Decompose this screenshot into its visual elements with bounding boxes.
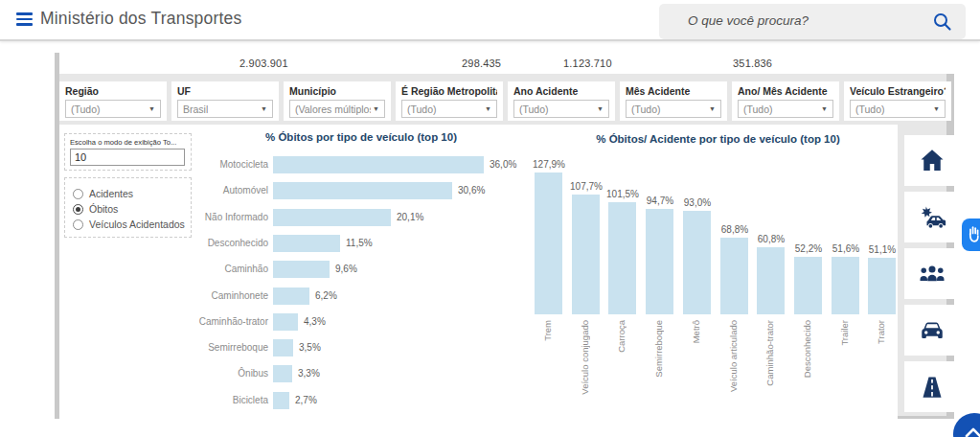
chevron-up-icon: [957, 421, 980, 437]
filter-municipio-select[interactable]: (Valores múltiplos)▼: [289, 100, 385, 118]
v-bar-category: Trem: [542, 320, 553, 341]
chevron-down-icon: ▼: [373, 105, 379, 112]
filter-veiculo-estrangeiro: Veículo Estrangeiro? (Tudo)▼: [844, 81, 951, 121]
sidebar-item-vehicles[interactable]: [904, 305, 959, 356]
filter-mes-acidente: Mês Acidente (Tudo)▼: [620, 81, 727, 121]
app-title: Ministério dos Transportes: [40, 9, 241, 29]
filter-veiculo-estrangeiro-select[interactable]: (Tudo)▼: [850, 100, 946, 118]
filter-ano-acidente: Ano Acidente (Tudo)▼: [508, 81, 615, 121]
hand-icon: [965, 224, 980, 245]
chevron-down-icon: ▼: [261, 105, 267, 112]
sidebar-item-home[interactable]: [904, 135, 959, 186]
h-bar[interactable]: [273, 313, 298, 331]
chevron-down-icon: ▼: [148, 105, 155, 112]
filter-uf: UF Brasil▼: [171, 81, 279, 121]
h-bar-value: 3,3%: [298, 368, 320, 379]
kpi-value: 1.123.710: [563, 53, 612, 74]
h-bar-value: 9,6%: [335, 264, 357, 274]
v-bar-category: Metrô: [691, 320, 701, 343]
filter-label: UF: [177, 85, 273, 97]
v-bar[interactable]: [572, 195, 600, 314]
h-bar[interactable]: [273, 288, 309, 305]
filter-ano-mes-acidente-select[interactable]: (Tudo)▼: [738, 100, 833, 118]
h-bar[interactable]: [273, 209, 391, 226]
h-bar[interactable]: [273, 156, 484, 173]
kpi-value: 351.836: [733, 53, 772, 74]
v-bar-value: 127,9%: [524, 159, 574, 170]
sidebar-item-victims[interactable]: [904, 248, 959, 299]
h-bar[interactable]: [273, 339, 293, 356]
v-bar-value: 51,1%: [857, 244, 907, 255]
h-bar[interactable]: [273, 392, 289, 409]
v-bar-category: Trailer: [839, 320, 850, 346]
chart-panel: Escolha o modo de exibição To... 10 Acid…: [59, 125, 898, 419]
v-bar-category: Trator: [876, 320, 886, 344]
radio-icon[interactable]: [73, 219, 83, 230]
h-bar-category: Bicicleta: [161, 395, 268, 405]
menu-icon[interactable]: [16, 12, 33, 26]
kpi-strip: 2.903.901 298.435 1.123.710 351.836: [59, 53, 959, 74]
h-bar[interactable]: [273, 235, 340, 252]
radio-icon[interactable]: [73, 189, 83, 199]
filter-regiao-metropolitana-select[interactable]: (Tudo)▼: [401, 100, 497, 118]
h-bar[interactable]: [273, 182, 452, 199]
h-bar[interactable]: [273, 365, 292, 382]
h-bar-value: 3,5%: [299, 342, 321, 353]
filter-uf-select[interactable]: Brasil▼: [177, 100, 273, 118]
dashboard: 2.903.901 298.435 1.123.710 351.836 Regi…: [55, 53, 954, 419]
radio-label: Acidentes: [89, 188, 133, 199]
v-bar-value: 93,0%: [672, 197, 722, 208]
v-bar[interactable]: [720, 238, 748, 314]
h-bar[interactable]: [273, 261, 330, 278]
filter-mes-acidente-select[interactable]: (Tudo)▼: [626, 100, 721, 118]
kpi-value: 298.435: [462, 53, 501, 74]
filter-label: Região: [65, 85, 161, 97]
search-box[interactable]: O que você procura?: [659, 4, 966, 39]
car-icon: [918, 316, 946, 345]
h-bar-category: Ônibus: [161, 368, 268, 379]
v-bar-category: Veículo conjugado: [580, 320, 590, 395]
v-bar[interactable]: [794, 257, 822, 314]
scroll-top-button[interactable]: [953, 413, 980, 437]
filter-municipio: Município (Valores múltiplos)▼: [284, 81, 391, 121]
filter-label: É Região Metropolitana?: [401, 85, 497, 97]
h-bar-category: Caminhão-trator: [161, 316, 268, 327]
chevron-down-icon: ▼: [933, 105, 940, 112]
accessibility-vlibras-button[interactable]: [962, 218, 980, 251]
sidebar-item-roads[interactable]: [904, 361, 959, 412]
search-icon[interactable]: [932, 12, 953, 33]
v-bar[interactable]: [646, 209, 673, 314]
chart-title-obitos: % Óbitos por tipo de veículo (top 10): [203, 131, 519, 143]
radio-selected-icon[interactable]: [73, 204, 83, 215]
filter-regiao-select[interactable]: (Tudo)▼: [65, 100, 161, 118]
h-bar-value: 2,7%: [295, 395, 317, 405]
h-bar-category: Caminhão: [161, 264, 268, 274]
h-bar-category: Não Informado: [161, 212, 268, 222]
home-icon: [918, 147, 946, 175]
filter-bar: Região (Tudo)▼ UF Brasil▼ Município (Val…: [59, 81, 951, 121]
chevron-down-icon: ▼: [821, 105, 828, 112]
page: Ministério dos Transportes O que você pr…: [0, 0, 980, 437]
v-bar[interactable]: [608, 202, 636, 314]
h-bar-value: 20,1%: [397, 212, 423, 222]
filter-ano-acidente-select[interactable]: (Tudo)▼: [513, 100, 609, 118]
sidebar-item-accidents[interactable]: [904, 192, 959, 242]
filter-label: Ano Acidente: [513, 85, 609, 97]
header: Ministério dos Transportes O que você pr…: [0, 0, 980, 41]
v-bar[interactable]: [683, 211, 711, 314]
top-n-label: Escolha o modo de exibição To...: [70, 138, 186, 147]
v-bar[interactable]: [535, 172, 562, 314]
filter-label: Veículo Estrangeiro?: [850, 85, 946, 97]
filter-label: Ano/ Mês Acidente: [738, 85, 833, 97]
v-bar-category: Veículo articulado: [728, 320, 739, 392]
kpi-value: 2.903.901: [239, 53, 288, 74]
v-bar[interactable]: [868, 258, 896, 314]
h-bar-category: Caminhonete: [161, 290, 268, 301]
h-bar-category: Desconhecido: [161, 238, 268, 248]
v-bar[interactable]: [757, 247, 785, 314]
chevron-down-icon: ▼: [597, 105, 604, 112]
h-bar-category: Motocicleta: [161, 159, 268, 170]
filter-regiao-metropolitana: É Região Metropolitana? (Tudo)▼: [396, 81, 503, 121]
h-bar-category: Automóvel: [161, 185, 268, 196]
v-bar[interactable]: [832, 257, 859, 314]
